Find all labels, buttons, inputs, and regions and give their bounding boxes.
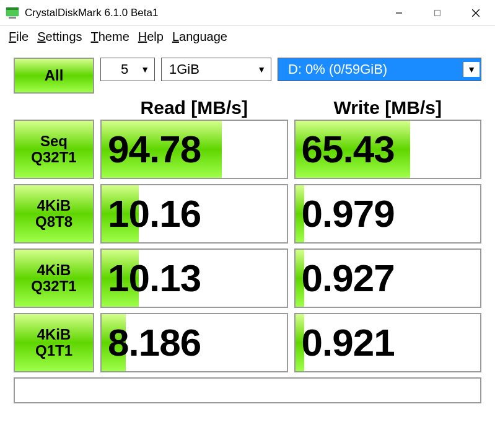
app-icon [5, 6, 20, 20]
menu-file[interactable]: File [5, 29, 32, 45]
test-label-line1: 4KiB [37, 198, 71, 214]
run-test-button[interactable]: 4KiB Q32T1 [14, 248, 94, 308]
test-label-line2: Q8T8 [35, 214, 72, 230]
read-value: 8.186 [108, 323, 201, 362]
test-label-line2: Q1T1 [35, 343, 72, 359]
run-all-button[interactable]: All [14, 58, 94, 94]
read-value-cell: 94.78 [100, 120, 288, 179]
header-spacer [14, 94, 94, 118]
chevron-down-icon: ▼ [141, 64, 149, 74]
close-button[interactable] [457, 0, 495, 25]
write-value: 0.927 [302, 259, 395, 297]
read-value: 10.13 [108, 259, 201, 297]
write-value: 65.43 [302, 130, 395, 169]
test-label-line2: Q32T1 [31, 278, 76, 294]
svg-rect-4 [435, 10, 440, 15]
menu-settings[interactable]: Settings [33, 29, 85, 45]
svg-rect-1 [6, 7, 19, 10]
menu-help[interactable]: Help [134, 29, 167, 45]
write-header: Write [MB/s] [294, 94, 482, 118]
test-label-line1: 4KiB [37, 327, 71, 343]
write-value: 0.979 [302, 195, 395, 233]
test-label-line2: Q32T1 [31, 149, 76, 165]
run-test-button[interactable]: 4KiB Q1T1 [14, 313, 94, 372]
write-value-cell: 0.927 [294, 248, 482, 308]
app-title: CrystalDiskMark 6.1.0 Beta1 [25, 7, 380, 19]
test-row: 4KiB Q8T8 10.16 0.979 [14, 184, 481, 244]
run-test-button[interactable]: 4KiB Q8T8 [14, 184, 94, 244]
read-value: 10.16 [108, 195, 201, 233]
write-value: 0.921 [302, 323, 395, 362]
run-all-label: All [45, 67, 64, 84]
menubar: File Settings Theme Help Language [0, 26, 495, 50]
maximize-button[interactable] [418, 0, 457, 25]
run-test-button[interactable]: Seq Q32T1 [14, 120, 94, 179]
test-row: 4KiB Q1T1 8.186 0.921 [14, 313, 481, 372]
drive-value: D: 0% (0/59GiB) [286, 61, 463, 77]
read-value: 94.78 [108, 130, 201, 169]
read-value-cell: 10.16 [100, 184, 288, 244]
read-value-cell: 8.186 [100, 313, 288, 372]
drive-select[interactable]: D: 0% (0/59GiB) ▼ [278, 58, 481, 81]
test-size-select[interactable]: 1GiB ▼ [161, 58, 271, 81]
status-bar [14, 377, 481, 403]
menu-theme[interactable]: Theme [87, 29, 133, 45]
chevron-down-icon: ▼ [463, 62, 480, 77]
write-value-cell: 65.43 [294, 120, 482, 179]
read-value-cell: 10.13 [100, 248, 288, 308]
read-header: Read [MB/s] [100, 94, 288, 118]
titlebar: CrystalDiskMark 6.1.0 Beta1 [0, 0, 495, 26]
write-value-cell: 0.979 [294, 184, 482, 244]
loops-value: 5 [108, 61, 141, 77]
test-label-line1: Seq [40, 133, 68, 149]
minimize-button[interactable] [380, 0, 418, 25]
menu-language[interactable]: Language [169, 29, 231, 45]
write-value-cell: 0.921 [294, 313, 482, 372]
test-label-line1: 4KiB [37, 262, 71, 278]
chevron-down-icon: ▼ [257, 64, 266, 74]
test-size-value: 1GiB [169, 61, 257, 77]
loops-select[interactable]: 5 ▼ [100, 58, 155, 81]
svg-rect-2 [9, 17, 16, 19]
test-row: Seq Q32T1 94.78 65.43 [14, 120, 481, 179]
test-row: 4KiB Q32T1 10.13 0.927 [14, 248, 481, 308]
